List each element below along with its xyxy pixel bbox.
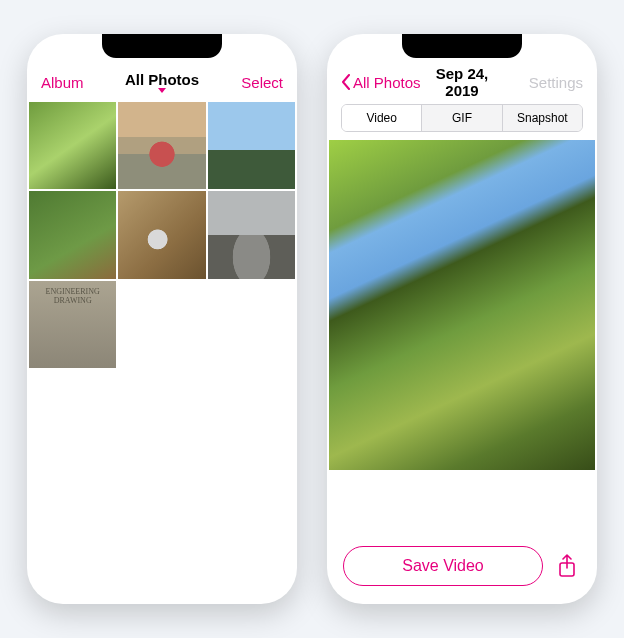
album-back-button[interactable]: Album	[41, 74, 84, 91]
export-type-tabs: Video GIF Snapshot	[341, 104, 583, 132]
navbar-detail: All Photos Sep 24, 2019 Settings	[327, 62, 597, 102]
phone-detail: All Photos Sep 24, 2019 Settings Video G…	[327, 34, 597, 604]
photo-thumb[interactable]	[208, 191, 295, 278]
nav-title: Sep 24, 2019	[422, 65, 503, 99]
nav-title-label: Sep 24, 2019	[436, 65, 489, 99]
photo-thumb[interactable]	[29, 191, 116, 278]
share-icon	[557, 554, 577, 578]
photo-thumb[interactable]	[118, 102, 205, 189]
photo-grid: ENGINEERING DRAWING	[27, 102, 297, 368]
photo-thumb[interactable]: ENGINEERING DRAWING	[29, 281, 116, 368]
tab-snapshot[interactable]: Snapshot	[502, 105, 582, 131]
thumb-caption: ENGINEERING DRAWING	[29, 287, 116, 305]
settings-button: Settings	[529, 74, 583, 91]
bottom-toolbar: Save Video	[327, 546, 597, 586]
notch	[102, 34, 222, 58]
photo-thumb[interactable]	[29, 102, 116, 189]
phone-grid: Album All Photos Select ENGINEERING DRAW…	[27, 34, 297, 604]
tab-video[interactable]: Video	[342, 105, 421, 131]
nav-title-label: All Photos	[125, 71, 199, 88]
save-video-button[interactable]: Save Video	[343, 546, 543, 586]
photo-thumb[interactable]	[208, 102, 295, 189]
back-label: All Photos	[353, 74, 421, 91]
notch	[402, 34, 522, 58]
photo-thumb[interactable]	[118, 191, 205, 278]
navbar-grid: Album All Photos Select	[27, 62, 297, 102]
back-button[interactable]: All Photos	[341, 74, 422, 91]
chevron-down-icon	[158, 88, 166, 93]
photo-preview[interactable]	[329, 140, 595, 470]
save-label: Save Video	[402, 557, 484, 575]
nav-title[interactable]: All Photos	[122, 71, 203, 93]
tab-gif[interactable]: GIF	[421, 105, 501, 131]
share-button[interactable]	[553, 552, 581, 580]
chevron-left-icon	[341, 74, 351, 90]
select-button[interactable]: Select	[241, 74, 283, 91]
